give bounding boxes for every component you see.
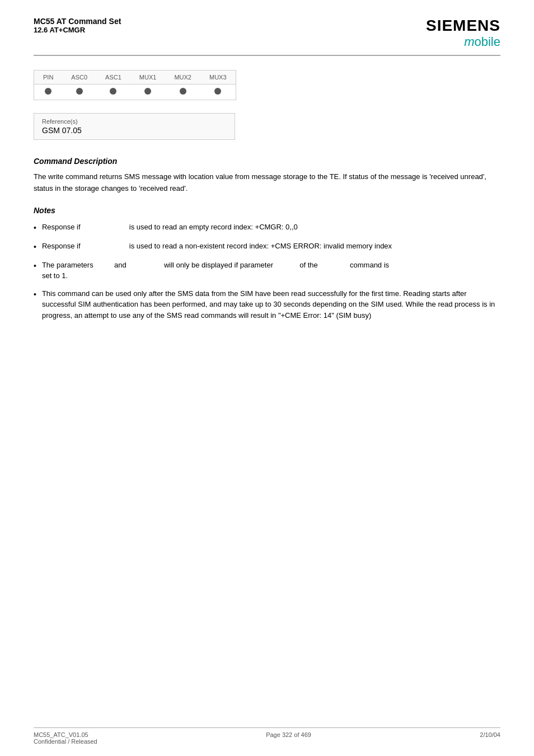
page-container: MC55 AT Command Set 12.6 AT+CMGR SIEMENS… [0,0,534,756]
siemens-logo: SIEMENS mobile [426,17,500,49]
header-left: MC55 AT Command Set 12.6 AT+CMGR [34,17,121,34]
bullet-icon: • [34,289,36,300]
footer-confidential: Confidential / Released [34,738,97,745]
note-content-3: The parameters and will only be displaye… [42,260,500,281]
note-content-1: Response if is used to read an empty rec… [42,222,500,233]
note-2-part2: is used to read a non-existent record in… [129,242,392,250]
note-3-line2: set to 1. [42,270,500,281]
note-3-part5: command is [350,261,389,269]
reference-label: Reference(s) [42,118,227,125]
note-3-line1: The parameters and will only be displaye… [42,260,500,271]
dot-icon-pin [45,88,51,95]
header: MC55 AT Command Set 12.6 AT+CMGR SIEMENS… [34,17,500,49]
note-3-part4: of the [299,261,318,269]
mobile-m: m [464,35,474,49]
bullet-icon: • [34,241,36,253]
header-subtitle: 12.6 AT+CMGR [34,26,121,34]
bullet-icon: • [34,222,36,234]
dot-asc0 [62,84,96,100]
dot-icon-mux2 [180,88,186,95]
footer-page: Page 322 of 469 [266,731,311,745]
dot-pin [34,84,62,100]
list-item: • Response if is used to read a non-exis… [34,241,500,253]
col-mux3: MUX3 [200,71,236,84]
pin-table-wrapper: PIN ASC0 ASC1 MUX1 MUX2 MUX3 [34,70,236,100]
notes-list: • Response if is used to read an empty r… [34,222,500,321]
reference-value: GSM 07.05 [42,126,227,135]
footer-left: MC55_ATC_V01.05 Confidential / Released [34,731,97,745]
footer-doc-id: MC55_ATC_V01.05 [34,731,97,738]
footer: MC55_ATC_V01.05 Confidential / Released … [34,727,500,745]
mobile-wordmark: mobile [426,35,500,49]
col-asc0: ASC0 [62,71,96,84]
bullet-icon: • [34,260,36,272]
list-item: • This command can be used only after th… [34,288,500,321]
list-item: • The parameters and will only be displa… [34,260,500,281]
dot-mux3 [200,84,236,100]
header-divider [34,55,500,56]
list-item: • Response if is used to read an empty r… [34,222,500,234]
note-2-part1: Response if [42,242,81,250]
note-3-part2: and [114,261,127,269]
reference-box: Reference(s) GSM 07.05 [34,113,235,140]
footer-date: 2/10/04 [480,731,500,745]
note-1-part2: is used to read an empty record index: +… [129,223,298,231]
col-asc1: ASC1 [96,71,130,84]
dot-icon-mux1 [144,88,151,95]
command-description-title: Command Description [34,157,500,166]
note-3-part3: will only be displayed if parameter [164,261,273,269]
col-pin: PIN [34,71,62,84]
notes-title: Notes [34,206,500,215]
header-title: MC55 AT Command Set [34,17,121,26]
note-1-part1: Response if [42,223,81,231]
dot-mux2 [165,84,200,100]
col-mux2: MUX2 [165,71,200,84]
note-content-4: This command can be used only after the … [42,288,500,321]
dot-icon-asc1 [110,88,116,95]
pin-table-header-row: PIN ASC0 ASC1 MUX1 MUX2 MUX3 [34,71,236,84]
dot-mux1 [130,84,166,100]
note-content-2: Response if is used to read a non-existe… [42,241,500,252]
command-description-body: The write command returns SMS message wi… [34,171,500,195]
siemens-wordmark: SIEMENS [426,17,500,35]
note-3-part1: The parameters [42,261,93,269]
dot-icon-mux3 [214,88,221,95]
dot-icon-asc0 [76,88,83,95]
pin-table-dot-row [34,84,236,100]
pin-table: PIN ASC0 ASC1 MUX1 MUX2 MUX3 [34,71,236,100]
col-mux1: MUX1 [130,71,166,84]
dot-asc1 [96,84,130,100]
